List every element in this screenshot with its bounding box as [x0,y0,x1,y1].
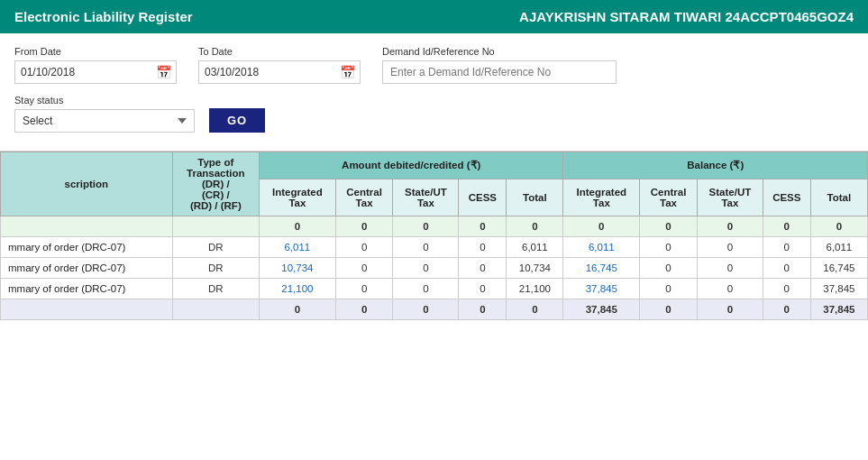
col-description: scription [1,152,173,216]
cell-bal-cess: 0 [763,258,810,279]
cell-bal-central: 0 [640,279,698,299]
cell-description [1,299,173,320]
table-body: 0 0 0 0 0 0 0 0 0 0 mmary of order (DRC-… [1,216,868,320]
cell-amt-state: 0 [393,216,459,237]
cell-amt-total: 0 [507,216,563,237]
cell-amt-state: 0 [393,279,459,299]
cell-amt-integrated: 0 [260,299,336,320]
cell-bal-state: 0 [697,237,763,258]
bal-state-header: State/UTTax [697,179,763,216]
cell-type [172,299,259,320]
cell-bal-cess: 0 [763,216,810,237]
from-date-group: From Date 📅 [14,46,177,84]
liability-table: scription Type ofTransaction(DR) /(CR) /… [0,152,868,320]
cell-amt-central: 0 [335,216,393,237]
stay-status-label: Stay status [14,95,195,106]
from-date-input[interactable] [21,66,156,78]
demand-id-group: Demand Id/Reference No [382,46,617,84]
cell-amt-central: 0 [335,299,393,320]
bal-total-header: Total [810,179,867,216]
stay-row: Stay status Select GO [14,95,854,133]
from-date-calendar-icon[interactable]: 📅 [156,65,171,79]
amt-cess-header: CESS [459,179,507,216]
cell-amt-total: 0 [507,299,563,320]
cell-bal-cess: 0 [763,299,810,320]
cell-description [1,216,173,237]
table-row: mmary of order (DRC-07) DR 10,734 0 0 0 … [1,258,868,279]
cell-bal-state: 0 [697,279,763,299]
stay-status-select-wrap: Select [14,109,195,133]
cell-amt-cess: 0 [459,258,507,279]
amt-integrated-header: IntegratedTax [260,179,336,216]
cell-amt-cess: 0 [459,237,507,258]
cell-amt-cess: 0 [459,299,507,320]
to-date-input-wrapper: 📅 [198,60,361,84]
cell-bal-central: 0 [640,237,698,258]
cell-bal-integrated: 16,745 [563,258,640,279]
cell-bal-cess: 0 [763,237,810,258]
to-date-label: To Date [198,46,361,57]
liability-table-container: scription Type ofTransaction(DR) /(CR) /… [0,151,868,320]
table-header-row-1: scription Type ofTransaction(DR) /(CR) /… [1,152,868,179]
to-date-calendar-icon[interactable]: 📅 [340,65,355,79]
cell-amt-cess: 0 [459,216,507,237]
table-row: mmary of order (DRC-07) DR 6,011 0 0 0 6… [1,237,868,258]
demand-label: Demand Id/Reference No [382,46,617,57]
amt-total-header: Total [507,179,563,216]
cell-amt-total: 6,011 [507,237,563,258]
col-type: Type ofTransaction(DR) /(CR) /(RD) / (RF… [172,152,259,216]
amt-central-header: CentralTax [335,179,393,216]
cell-bal-total: 37,845 [810,299,867,320]
cell-amt-integrated[interactable]: 21,100 [260,279,336,299]
cell-type [172,216,259,237]
cell-bal-cess: 0 [763,279,810,299]
stay-status-select[interactable]: Select [14,109,195,133]
cell-bal-central: 0 [640,258,698,279]
cell-bal-state: 0 [697,299,763,320]
cell-bal-total: 0 [810,216,867,237]
table-row: 0 0 0 0 0 37,845 0 0 0 37,845 [1,299,868,320]
cell-amt-state: 0 [393,258,459,279]
app-header: Electronic Liability Register AJAYKRISHN… [0,0,868,33]
user-info: AJAYKRISHN SITARAM TIWARI 24ACCPT0465GOZ… [519,9,854,24]
cell-bal-total: 6,011 [810,237,867,258]
cell-amt-state: 0 [393,299,459,320]
to-date-input[interactable] [205,66,340,78]
go-button[interactable]: GO [209,108,265,133]
cell-bal-state: 0 [697,258,763,279]
cell-description: mmary of order (DRC-07) [1,237,173,258]
cell-bal-central: 0 [640,299,698,320]
demand-input[interactable] [382,60,617,84]
cell-amt-integrated[interactable]: 10,734 [260,258,336,279]
cell-bal-state: 0 [697,216,763,237]
cell-type: DR [172,258,259,279]
cell-bal-integrated: 6,011 [563,237,640,258]
cell-amt-integrated: 0 [260,216,336,237]
cell-bal-integrated: 0 [563,216,640,237]
stay-status-group: Stay status Select [14,95,195,133]
cell-amt-central: 0 [335,258,393,279]
cell-amt-integrated[interactable]: 6,011 [260,237,336,258]
cell-bal-central: 0 [640,216,698,237]
amt-state-header: State/UTTax [393,179,459,216]
col-amount-group: Amount debited/credited (₹) [260,152,563,179]
filter-form: From Date 📅 To Date 📅 Demand Id/Referenc… [0,33,868,151]
col-balance-group: Balance (₹) [563,152,868,179]
cell-bal-total: 16,745 [810,258,867,279]
cell-description: mmary of order (DRC-07) [1,258,173,279]
cell-description: mmary of order (DRC-07) [1,279,173,299]
cell-amt-total: 10,734 [507,258,563,279]
from-date-input-wrapper: 📅 [14,60,177,84]
cell-amt-total: 21,100 [507,279,563,299]
cell-amt-central: 0 [335,237,393,258]
bal-cess-header: CESS [763,179,810,216]
bal-central-header: CentralTax [640,179,698,216]
table-row: 0 0 0 0 0 0 0 0 0 0 [1,216,868,237]
cell-bal-integrated: 37,845 [563,299,640,320]
cell-bal-integrated: 37,845 [563,279,640,299]
cell-type: DR [172,237,259,258]
cell-type: DR [172,279,259,299]
date-row: From Date 📅 To Date 📅 Demand Id/Referenc… [14,46,854,84]
bal-integrated-header: IntegratedTax [563,179,640,216]
app-title: Electronic Liability Register [14,9,193,24]
